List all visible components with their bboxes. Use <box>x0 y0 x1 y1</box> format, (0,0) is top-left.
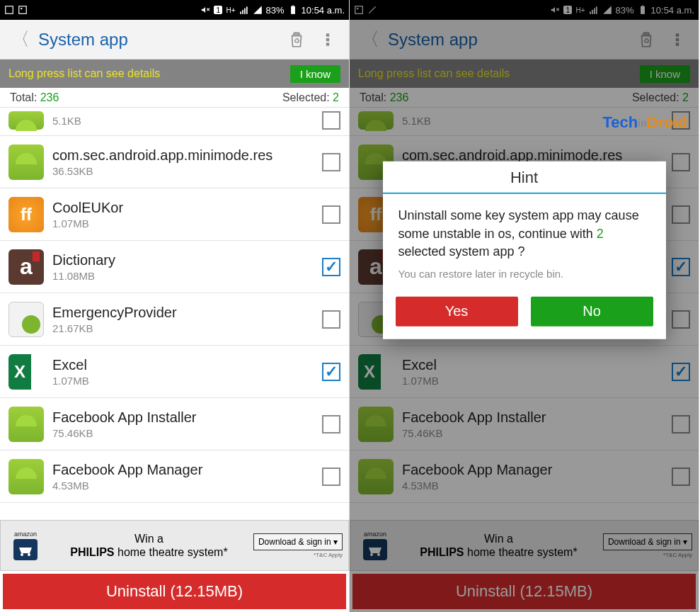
excel-app-icon <box>8 354 44 390</box>
count-bar: Total: 236 Selected: 2 <box>0 88 349 108</box>
app-toolbar: 〈 System app ♻ <box>0 20 349 60</box>
app-size: 36.53KB <box>52 165 314 177</box>
app-row[interactable]: 5.1KB <box>0 108 349 136</box>
app-name: Facebook App Manager <box>52 461 314 478</box>
screenshot-left: 1 H+ 83% 10:54 a.m. 〈 System app ♻ Long … <box>0 0 350 612</box>
uninstall-button[interactable]: Uninstall (12.15MB) <box>3 574 346 609</box>
app-name: Excel <box>52 356 314 373</box>
app-size: 75.46KB <box>52 427 314 439</box>
cool-app-icon: ff <box>8 197 44 232</box>
app-row[interactable]: ffCoolEUKor1.07MB <box>0 188 349 241</box>
app-name: com.sec.android.app.minimode.res <box>52 147 314 164</box>
android-app-icon <box>8 407 44 442</box>
app-checkbox[interactable] <box>322 153 340 171</box>
android-app-icon <box>8 459 44 494</box>
amazon-logo-icon: amazon <box>6 526 45 565</box>
svg-rect-1 <box>19 6 27 14</box>
app-row[interactable]: Dictionary11.08MB <box>0 241 349 293</box>
signal-icon-2 <box>253 5 263 15</box>
emerg-app-icon <box>8 302 44 337</box>
app-row[interactable]: com.sec.android.app.minimode.res36.53KB <box>0 136 349 188</box>
selected-label: Selected: 2 <box>282 91 339 104</box>
svg-point-17 <box>21 553 23 556</box>
app-checkbox[interactable] <box>322 468 340 486</box>
svg-rect-7 <box>244 8 246 14</box>
app-row[interactable]: Excel1.07MB <box>0 346 349 398</box>
ad-download-button[interactable]: Download & sign in ▾ <box>253 533 343 550</box>
app-name: Dictionary <box>52 251 314 268</box>
battery-percent: 83% <box>266 5 285 16</box>
svg-rect-13 <box>326 38 329 40</box>
image-icon <box>18 5 28 15</box>
app-row[interactable]: EmergencyProvider21.67KB <box>0 293 349 346</box>
app-size: 11.08MB <box>52 270 314 282</box>
app-name: Facebook App Installer <box>52 409 314 426</box>
ad-text: Win a PHILIPS home theatre system* <box>50 532 248 559</box>
app-checkbox[interactable] <box>322 205 340 224</box>
screenshot-icon <box>4 5 14 15</box>
kebab-icon <box>319 30 337 49</box>
svg-rect-6 <box>242 10 243 14</box>
sim-badge: 1 <box>214 6 222 14</box>
network-type: H+ <box>226 6 235 14</box>
svg-point-2 <box>21 8 22 9</box>
ad-tc: *T&C Apply <box>314 552 343 558</box>
svg-rect-10 <box>292 6 293 6</box>
dialog-subtext: You can restore later in recycle bin. <box>383 265 666 290</box>
svg-text:♻: ♻ <box>294 37 300 45</box>
app-checkbox[interactable] <box>322 310 340 329</box>
clock: 10:54 a.m. <box>302 5 345 16</box>
app-name: EmergencyProvider <box>52 304 314 321</box>
ad-banner[interactable]: amazon Win a PHILIPS home theatre system… <box>0 520 349 571</box>
android-app-icon <box>8 144 44 180</box>
svg-point-18 <box>28 553 30 556</box>
mute-icon <box>200 5 210 15</box>
svg-rect-8 <box>246 6 247 13</box>
total-label: Total: 236 <box>10 91 59 104</box>
android-app-icon <box>8 111 44 130</box>
trash-recycle-icon: ♻ <box>287 30 306 49</box>
svg-rect-5 <box>240 11 241 14</box>
signal-icon <box>239 5 249 15</box>
battery-icon <box>288 5 298 15</box>
app-checkbox[interactable] <box>322 415 340 434</box>
svg-text:amazon: amazon <box>14 531 37 538</box>
app-checkbox[interactable] <box>322 258 340 276</box>
svg-rect-12 <box>326 33 329 36</box>
app-size: 1.07MB <box>52 375 314 387</box>
confirm-dialog: Hint Uninstall some key system app may c… <box>383 162 666 339</box>
app-list[interactable]: 5.1KBcom.sec.android.app.minimode.res36.… <box>0 108 349 520</box>
dict-app-icon <box>8 249 44 285</box>
app-size: 1.07MB <box>52 217 314 230</box>
status-bar: 1 H+ 83% 10:54 a.m. <box>0 0 349 20</box>
watermark: TechinDroid <box>602 113 687 132</box>
app-checkbox[interactable] <box>322 363 340 381</box>
dialog-body: Uninstall some key system app may cause … <box>383 194 666 265</box>
app-checkbox[interactable] <box>322 111 340 130</box>
hint-text: Long press list can see details <box>8 67 160 80</box>
dialog-no-button[interactable]: No <box>531 297 653 327</box>
svg-rect-14 <box>326 42 329 45</box>
app-size: 21.67KB <box>52 322 314 334</box>
back-button[interactable]: 〈 <box>6 27 35 52</box>
dialog-yes-button[interactable]: Yes <box>396 297 518 327</box>
svg-rect-9 <box>291 6 295 14</box>
screenshot-right: 1 H+ 83% 10:54 a.m. 〈 System app ♻ Long … <box>350 0 699 612</box>
dialog-title: Hint <box>383 162 666 194</box>
svg-rect-0 <box>6 6 13 14</box>
app-row[interactable]: Facebook App Manager4.53MB <box>0 450 349 503</box>
hint-bar: Long press list can see details I know <box>0 60 349 88</box>
app-size: 5.1KB <box>52 115 314 127</box>
recycle-button[interactable]: ♻ <box>281 24 312 55</box>
app-name: CoolEUKor <box>52 199 314 216</box>
menu-button[interactable] <box>312 24 343 55</box>
page-title: System app <box>35 30 281 50</box>
app-size: 4.53MB <box>52 480 314 492</box>
app-row[interactable]: Facebook App Installer75.46KB <box>0 398 349 450</box>
hint-dismiss-button[interactable]: I know <box>290 65 340 83</box>
